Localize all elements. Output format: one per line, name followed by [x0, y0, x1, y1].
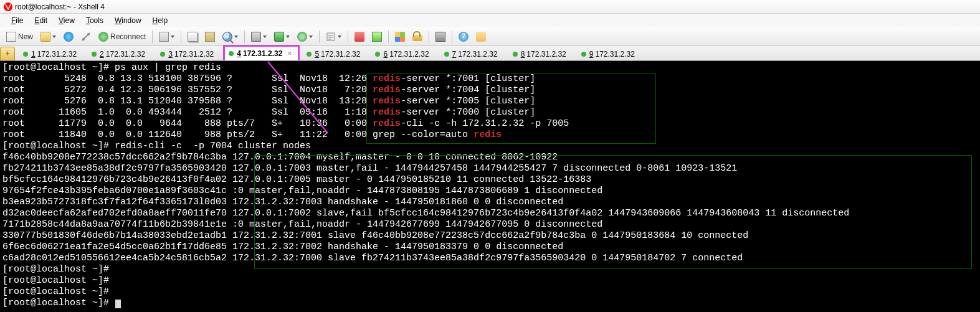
record-icon [354, 32, 364, 42]
terminal-line: c6ad28c012ed510556612ee4ca5b24c5816cb5a2… [2, 253, 978, 264]
copy-button[interactable] [184, 30, 201, 44]
menu-view[interactable]: View [54, 15, 80, 26]
language-button[interactable] [294, 30, 316, 44]
about-button[interactable] [473, 30, 489, 44]
terminal-line: [root@localhost ~]# ps aux | grep redis [2, 62, 978, 73]
xftp-button[interactable] [369, 30, 385, 44]
terminal-line: fb274211b3743ee85a38df2c9797fa3565903420… [2, 163, 978, 174]
terminal-line: root 11779 0.0 0.0 9644 888 pts/7 S+ 10:… [2, 118, 978, 130]
properties-button[interactable] [156, 30, 178, 44]
open-button[interactable] [37, 30, 59, 44]
terminal-line: 97654f2fce43b395feba6d0700e1a89f3603c41c… [2, 186, 978, 197]
connect-icon [64, 32, 74, 42]
find-button[interactable] [219, 30, 241, 44]
add-tab-button[interactable]: + [0, 47, 15, 60]
lock-icon [412, 35, 422, 41]
terminal-line: root 5276 0.8 13.1 512040 379588 ? Ssl N… [2, 96, 978, 107]
terminal-line: 7171b2858c44da8a9aa70774f11b6b2b39841e1e… [2, 219, 978, 230]
terminal-line: root 11840 0.0 0.0 112640 988 pts/2 S+ 1… [2, 130, 978, 141]
bubble-icon [476, 32, 486, 42]
tab-label: 172.31.2.32 [321, 50, 360, 59]
terminal-line: [root@localhost ~]# [2, 275, 978, 286]
reconnect-button[interactable]: Reconnect [95, 30, 149, 44]
session-tab-1[interactable]: 1172.31.2.32 [17, 47, 85, 60]
tab-number: 3 [168, 50, 173, 59]
tile-button[interactable] [392, 30, 408, 44]
session-tab-8[interactable]: 8172.31.2.32 [507, 47, 574, 60]
title-bar: root@localhost:~ - Xshell 4 [0, 0, 980, 14]
disconnect-icon [81, 32, 91, 42]
status-dot-icon [23, 52, 28, 57]
lock-button[interactable] [409, 30, 426, 44]
tab-number: 2 [100, 50, 104, 59]
tab-label: 172.31.2.32 [106, 50, 145, 59]
tab-number: 6 [383, 50, 388, 59]
properties-icon [159, 32, 169, 42]
session-tab-6[interactable]: 6172.31.2.32 [369, 47, 437, 60]
svg-point-2 [87, 33, 90, 35]
menu-tools[interactable]: Tools [81, 15, 108, 26]
session-tab-3[interactable]: 3172.31.2.32 [155, 47, 222, 60]
terminal-line: f46c40bb9208e772238c57dcc662a2f9b784c3ba… [2, 152, 978, 163]
script-button[interactable] [323, 30, 345, 44]
cascade-button[interactable] [432, 30, 449, 44]
menu-help[interactable]: Help [148, 15, 173, 26]
tab-number: 7 [452, 50, 457, 59]
disconnect-button[interactable] [78, 30, 94, 44]
terminal-line: root 5272 0.4 12.3 506196 357552 ? Ssl N… [2, 85, 978, 96]
terminal-line: 330777b501830f46de6b7b14a38033ebd2e1adb1… [2, 230, 978, 242]
new-icon [6, 32, 16, 42]
session-tab-5[interactable]: 5172.31.2.32 [301, 47, 368, 60]
terminal-line: bf5cfcc164c98412976b723c4b9e26413f0f4a02… [2, 174, 978, 186]
globe-icon [297, 32, 307, 42]
tab-number: 5 [315, 50, 319, 59]
terminal-cursor [115, 300, 121, 308]
menu-edit[interactable]: Edit [29, 15, 52, 26]
svg-point-1 [82, 38, 85, 40]
color-scheme-button[interactable] [271, 30, 293, 44]
tile-icon [395, 32, 405, 42]
app-icon [4, 2, 12, 11]
menu-window[interactable]: Window [110, 15, 146, 26]
xftp-icon [372, 32, 382, 42]
session-tab-9[interactable]: 9172.31.2.32 [576, 47, 643, 60]
status-dot-icon [160, 52, 165, 57]
terminal-line: [root@localhost ~]# [2, 264, 978, 275]
cascade-icon [435, 32, 445, 42]
folder-open-icon [40, 32, 50, 42]
reconnect-label: Reconnect [110, 32, 146, 41]
menu-file[interactable]: File [6, 15, 28, 26]
session-tab-2[interactable]: 2172.31.2.32 [86, 47, 153, 60]
session-tab-4[interactable]: 4172.31.2.32 [223, 45, 300, 60]
start-log-button[interactable] [351, 30, 368, 44]
tab-label: 172.31.2.32 [595, 50, 634, 59]
tab-label: 172.31.2.32 [458, 50, 497, 59]
status-dot-icon [444, 52, 449, 57]
tab-label: 172.31.2.32 [37, 50, 77, 59]
toolbar: New Reconnect ? [0, 27, 980, 46]
window-title: root@localhost:~ - Xshell 4 [15, 2, 105, 11]
paste-button[interactable] [202, 30, 218, 44]
connect-button[interactable] [60, 30, 77, 44]
status-dot-icon [229, 51, 234, 56]
status-dot-icon [581, 52, 586, 57]
help-icon: ? [459, 32, 469, 42]
status-dot-icon [307, 52, 312, 57]
terminal-line: [root@localhost ~]# [2, 286, 978, 298]
terminal-line: [root@localhost ~]# redis-cli -c -p 7004… [2, 141, 978, 152]
status-dot-icon [375, 52, 380, 57]
new-button[interactable]: New [3, 30, 36, 44]
plus-icon: + [5, 49, 9, 58]
help-button[interactable]: ? [455, 30, 472, 44]
find-icon [222, 32, 232, 42]
terminal[interactable]: [root@localhost ~]# ps aux | grep redisr… [0, 61, 980, 312]
tab-number: 8 [521, 50, 525, 59]
tab-label: 172.31.2.32 [526, 50, 566, 59]
terminal-line: root 11605 1.0 0.0 493444 2512 ? Ssl 09:… [2, 107, 978, 118]
script-icon [326, 32, 336, 42]
terminal-line: [root@localhost ~]# [2, 298, 978, 309]
print-button[interactable] [248, 30, 270, 44]
tab-label: 172.31.2.32 [243, 49, 282, 58]
tab-label: 172.31.2.32 [174, 50, 214, 59]
session-tab-7[interactable]: 7172.31.2.32 [439, 47, 506, 60]
